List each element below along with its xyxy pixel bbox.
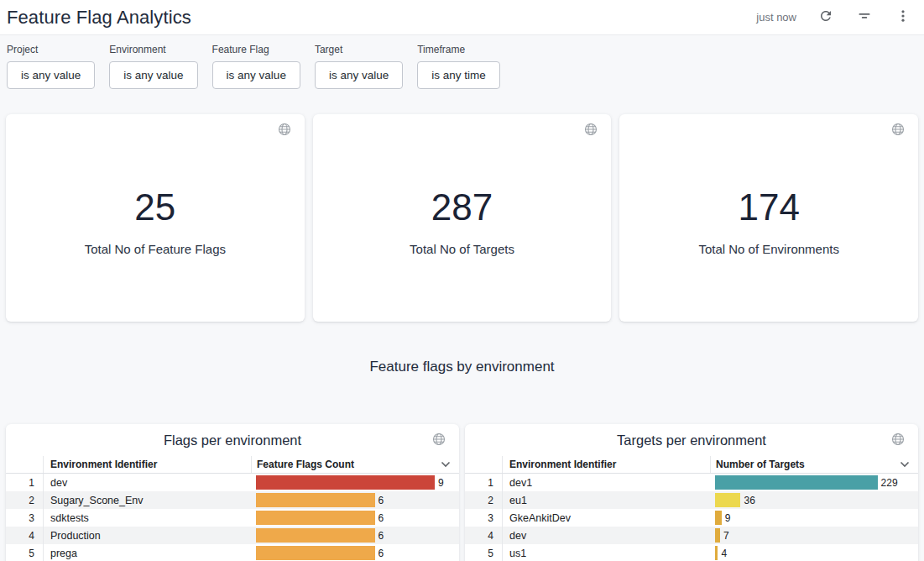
filter-environment: Environment is any value — [109, 44, 197, 89]
environment-identifier-cell: Production — [43, 527, 251, 544]
value-label: 9 — [438, 477, 444, 489]
row-index: 3 — [6, 512, 43, 524]
environment-identifier-cell: Sugary_Scone_Env — [43, 491, 251, 509]
row-index: 5 — [465, 548, 502, 559]
value-label: 6 — [378, 495, 384, 506]
dashboard-header: Feature Flag Analytics just now — [0, 0, 924, 35]
filter-label: Feature Flag — [212, 44, 300, 55]
value-bar — [715, 546, 718, 560]
table-row: 2 Sugary_Scone_Env 6 — [6, 491, 459, 509]
column-header-environment-identifier[interactable]: Environment Identifier — [502, 456, 710, 473]
table-header-row: Environment Identifier Number of Targets — [465, 456, 918, 474]
table-body: 1 dev1 229 2 eu1 36 3 GkeAnkitDev 9 4 de… — [465, 474, 918, 561]
table-row: 5 prega 6 — [6, 544, 459, 561]
kpi-value: 174 — [619, 114, 918, 228]
filter-label: Timeframe — [417, 44, 500, 55]
kebab-menu-icon — [895, 8, 911, 26]
page-title: Feature Flag Analytics — [7, 7, 191, 29]
column-header-environment-identifier[interactable]: Environment Identifier — [43, 456, 251, 473]
value-label: 229 — [881, 477, 898, 489]
table-row: 3 sdktests 6 — [6, 509, 459, 527]
row-index: 2 — [6, 495, 43, 506]
table-row: 1 dev1 229 — [465, 474, 918, 491]
value-bar — [256, 546, 375, 560]
row-index: 1 — [6, 477, 43, 489]
value-label: 6 — [378, 530, 384, 542]
globe-icon[interactable] — [891, 123, 905, 139]
filter-target-value-button[interactable]: is any value — [315, 61, 403, 89]
chevron-down-icon[interactable] — [441, 461, 451, 468]
filter-feature-flag-value-button[interactable]: is any value — [212, 61, 300, 89]
filter-timeframe-value-button[interactable]: is any time — [417, 61, 500, 89]
kpi-card-targets: 287 Total No of Targets — [313, 114, 612, 322]
kpi-value: 287 — [313, 114, 612, 228]
table-row: 4 dev 7 — [465, 527, 918, 544]
section-title: Feature flags by environment — [0, 359, 924, 375]
value-label: 9 — [725, 512, 731, 524]
globe-icon[interactable] — [891, 433, 905, 449]
filter-label: Project — [7, 44, 95, 55]
row-index: 3 — [465, 512, 502, 524]
value-bar — [715, 511, 722, 525]
filter-feature-flag: Feature Flag is any value — [212, 44, 300, 89]
row-index: 4 — [6, 530, 43, 542]
environment-identifier-cell: eu1 — [502, 491, 710, 509]
filter-environment-value-button[interactable]: is any value — [109, 61, 197, 89]
row-index: 2 — [465, 495, 502, 506]
table-row: 2 eu1 36 — [465, 491, 918, 509]
value-bar — [256, 528, 375, 543]
kpi-card-feature-flags: 25 Total No of Feature Flags — [6, 114, 305, 322]
flags-per-environment-tile: Flags per environment Environment Identi… — [6, 424, 459, 561]
chevron-down-icon[interactable] — [900, 461, 910, 468]
tile-title: Targets per environment — [465, 424, 918, 456]
globe-icon[interactable] — [432, 433, 446, 449]
filter-icon — [857, 8, 872, 26]
header-actions: just now — [756, 7, 912, 28]
environment-identifier-cell: us1 — [502, 544, 710, 561]
filter-target: Target is any value — [315, 44, 403, 89]
value-bar — [715, 493, 740, 507]
environment-identifier-cell: sdktests — [43, 509, 251, 527]
environment-identifier-cell: GkeAnkitDev — [502, 509, 710, 527]
more-options-button[interactable] — [894, 7, 912, 28]
tables-row: Flags per environment Environment Identi… — [6, 424, 918, 561]
column-header-number-of-targets[interactable]: Number of Targets — [710, 456, 918, 473]
value-label: 36 — [744, 495, 754, 506]
filters-toggle-button[interactable] — [855, 7, 874, 28]
refresh-button[interactable] — [817, 7, 835, 28]
table-row: 3 GkeAnkitDev 9 — [465, 509, 918, 527]
table-header-row: Environment Identifier Feature Flags Cou… — [6, 456, 459, 474]
last-updated-text: just now — [756, 11, 796, 24]
kpi-row: 25 Total No of Feature Flags 287 Total N… — [6, 114, 918, 322]
row-index: 4 — [465, 530, 502, 542]
table-body: 1 dev 9 2 Sugary_Scone_Env 6 3 sdktests … — [6, 474, 459, 561]
kpi-label: Total No of Environments — [619, 242, 918, 256]
column-header-label: Number of Targets — [716, 459, 805, 470]
filter-label: Target — [315, 44, 403, 55]
targets-per-environment-tile: Targets per environment Environment Iden… — [465, 424, 918, 561]
value-label: 6 — [378, 548, 384, 559]
table-row: 5 us1 4 — [465, 544, 918, 561]
value-bar — [715, 528, 720, 543]
tile-title: Flags per environment — [6, 424, 459, 456]
kpi-label: Total No of Targets — [313, 242, 612, 256]
environment-identifier-cell: prega — [43, 544, 251, 561]
column-header-label: Feature Flags Count — [257, 459, 354, 470]
environment-identifier-cell: dev1 — [502, 474, 710, 491]
kpi-card-environments: 174 Total No of Environments — [619, 114, 918, 322]
kpi-label: Total No of Feature Flags — [6, 242, 305, 256]
refresh-icon — [818, 8, 833, 26]
value-label: 6 — [378, 512, 384, 524]
globe-icon[interactable] — [584, 123, 598, 139]
value-bar — [256, 511, 375, 525]
row-index: 1 — [465, 477, 502, 489]
table-row: 1 dev 9 — [6, 474, 459, 491]
value-bar — [715, 475, 878, 490]
environment-identifier-cell: dev — [43, 474, 251, 491]
filter-project-value-button[interactable]: is any value — [7, 61, 95, 89]
column-header-feature-flags-count[interactable]: Feature Flags Count — [251, 456, 459, 473]
value-label: 4 — [721, 548, 727, 559]
globe-icon[interactable] — [278, 123, 291, 139]
filter-project: Project is any value — [7, 44, 95, 89]
kpi-value: 25 — [6, 114, 305, 228]
